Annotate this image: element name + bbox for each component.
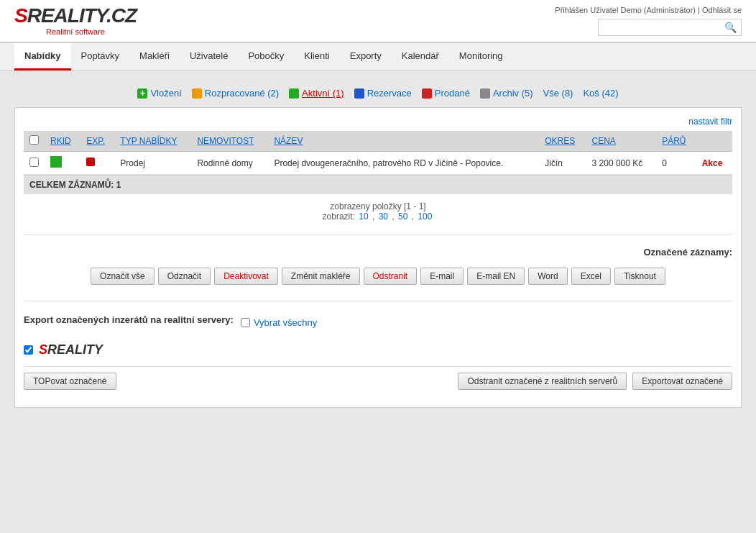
pagination-text1: zobrazeny položky [1 - 1] (24, 201, 732, 211)
nav-item-uživatelé[interactable]: Uživatelé (180, 43, 238, 70)
row-nazev: Prodej dvougeneračního, patrového RD v J… (268, 152, 539, 175)
filter-label-0: Vložení (150, 88, 181, 99)
page-option-10[interactable]: 10 (357, 211, 369, 222)
filter-item-3[interactable]: Rezervace (354, 88, 412, 99)
pagination-text2: zobrazit: 10 , 30 , 50 , 100 (24, 211, 732, 222)
table-header-row: RKID EXP. TYP NABÍDKY NEMOVITOST NÁZEV O… (24, 131, 732, 152)
table-body: ProdejRodinné domyProdej dvougeneračního… (24, 152, 732, 175)
pagination-link-100[interactable]: 100 (418, 211, 432, 222)
row-nemovitost: Rodinné domy (191, 152, 268, 175)
select-all-export-checkbox[interactable] (241, 318, 250, 327)
pagination-link-30[interactable]: 30 (379, 211, 388, 222)
logout-link[interactable]: Odhlásit se (702, 6, 742, 14)
offers-table: RKID EXP. TYP NABÍDKY NEMOVITOST NÁZEV O… (24, 131, 732, 175)
th-exp[interactable]: EXP. (80, 131, 114, 152)
select-all-th[interactable] (24, 131, 45, 152)
page-option-100[interactable]: 100 (416, 211, 433, 222)
row-akce-link[interactable]: Akce (702, 158, 723, 168)
filter-item-6[interactable]: Vše (8) (543, 88, 573, 99)
nav-item-makléři[interactable]: Makléři (129, 43, 180, 70)
exportovat-button[interactable]: Exportovat označené (632, 373, 732, 390)
search-box: 🔍 (598, 19, 742, 36)
content-card: nastavit filtr RKID EXP. TYP NABÍDKY NEM… (14, 107, 742, 408)
th-typ[interactable]: TYP NABÍDKY (114, 131, 191, 152)
export-logo-sreality: SREALITY (24, 342, 732, 357)
divider2 (24, 301, 732, 301)
filter-item-2[interactable]: Aktivní (1) (289, 88, 344, 99)
logo-cz: .CZ (106, 4, 137, 27)
page-option-30[interactable]: 30 (377, 211, 389, 222)
row-okres: Jičín (539, 152, 586, 175)
th-okres[interactable]: OKRES (539, 131, 586, 152)
separator: | (698, 6, 700, 14)
filter-label-6: Vše (8) (543, 88, 573, 99)
nav-item-pobočky[interactable]: Pobočky (238, 43, 294, 70)
logo-s: S (14, 4, 27, 27)
filter-dot-4 (422, 88, 432, 99)
logo: SREALITY.CZ (14, 6, 137, 26)
excel-button[interactable]: Excel (571, 268, 611, 285)
sreality-checkbox[interactable] (24, 345, 33, 355)
search-input[interactable] (603, 22, 724, 32)
buttons-row: Označit všeOdznačitDeaktivovatZměnit mak… (24, 263, 732, 289)
nav-item-klienti[interactable]: Klienti (294, 43, 339, 70)
odstranit-servery-button[interactable]: Odstranit označené z realitních serverů (458, 373, 627, 390)
filter-bar: +VloženíRozpracované (2)Aktivní (1)Rezer… (14, 82, 742, 107)
row-typ: Prodej (114, 152, 191, 175)
row-checkbox-0[interactable] (29, 158, 39, 167)
odstranit-button[interactable]: Odstranit (364, 268, 418, 285)
email-button[interactable]: E-mail (420, 268, 464, 285)
filter-item-4[interactable]: Prodané (422, 88, 470, 99)
nav-item-nabídky[interactable]: Nabídky (14, 43, 71, 70)
th-cena[interactable]: CENA (586, 131, 657, 152)
celkem-row: CELKEM ZÁZNAMŮ: 1 (24, 175, 732, 194)
pagination: zobrazeny položky [1 - 1] zobrazit: 10 ,… (24, 194, 732, 229)
logo-subtitle: Realitní software (14, 27, 137, 36)
row-status-green (50, 156, 62, 168)
row-paru: 0 (656, 152, 696, 175)
zobrazit-label: zobrazit: (323, 211, 355, 222)
filter-item-0[interactable]: +Vložení (137, 88, 181, 99)
celkem-text: CELKEM ZÁZNAMŮ: 1 (29, 180, 121, 190)
filter-item-1[interactable]: Rozpracované (2) (192, 88, 279, 99)
oznacit-vse-button[interactable]: Označit vše (91, 268, 155, 285)
filter-label-4: Prodané (435, 88, 470, 99)
th-rkid[interactable]: RKID (45, 131, 80, 152)
pagination-link-50[interactable]: 50 (398, 211, 407, 222)
divider1 (24, 234, 732, 235)
nav-item-monitoring[interactable]: Monitoring (449, 43, 513, 70)
nav-item-kalendář[interactable]: Kalendář (392, 43, 449, 70)
filter-label-3: Rezervace (367, 88, 412, 99)
user-name-link[interactable]: Uživatel Demo (Administrátor) (590, 6, 696, 14)
select-all-export-label: Vybrat všechny (254, 317, 317, 328)
oznacene-section: Označené záznamy: Označit všeOdznačitDea… (24, 241, 732, 295)
pagination-link-10[interactable]: 10 (359, 211, 368, 222)
filter-label-1: Rozpracované (2) (205, 88, 279, 99)
logo-area: SREALITY.CZ Realitní software (14, 6, 137, 36)
search-icon[interactable]: 🔍 (724, 22, 737, 33)
header-right: Přihlášen Uživatel Demo (Administrátor) … (555, 6, 742, 36)
word-button[interactable]: Word (528, 268, 567, 285)
th-nazev[interactable]: NÁZEV (268, 131, 539, 152)
email-en-button[interactable]: E-mail EN (467, 268, 525, 285)
filter-dot-3 (354, 88, 364, 99)
select-all-checkbox[interactable] (29, 135, 39, 145)
filter-item-5[interactable]: Archiv (5) (480, 88, 533, 99)
bottom-buttons-right: Odstranit označené z realitních serverů … (458, 373, 732, 390)
export-logos: SREALITY (24, 337, 732, 366)
nav-item-exporty[interactable]: Exporty (340, 43, 392, 70)
page-option-50[interactable]: 50 (397, 211, 409, 222)
filter-item-7[interactable]: Koš (42) (583, 88, 618, 99)
nav-item-poptávky[interactable]: Poptávky (71, 43, 129, 70)
th-nemovitost[interactable]: NEMOVITOST (191, 131, 268, 152)
zmenit-maklere-button[interactable]: Změnit makléře (282, 268, 360, 285)
topovat-button[interactable]: TOPovat označené (24, 373, 116, 390)
user-info: Přihlášen Uživatel Demo (Administrátor) … (555, 6, 742, 14)
odznacit-button[interactable]: Odznačit (158, 268, 211, 285)
deaktivovat-button[interactable]: Deaktivovat (214, 268, 278, 285)
nav: NabídkyPoptávkyMakléřiUživateléPobočkyKl… (0, 43, 756, 71)
bottom-buttons: TOPovat označené Odstranit označené z re… (24, 366, 732, 393)
oznacene-title: Označené záznamy: (24, 247, 732, 258)
tisknout-button[interactable]: Tisknout (614, 268, 665, 285)
nastavit-filtr-link[interactable]: nastavit filtr (24, 117, 732, 127)
